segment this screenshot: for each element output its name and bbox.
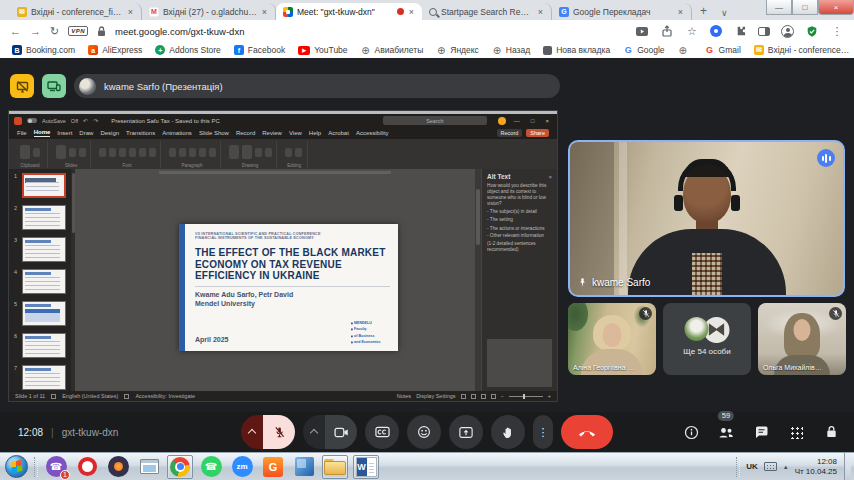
shared-screen-presentation[interactable]: AutoSave Off ↶ ↷ Presentation Safo Tax -… xyxy=(8,110,558,402)
camera-button[interactable] xyxy=(303,415,357,449)
camera-options-chevron[interactable] xyxy=(303,415,325,449)
tab-close-button[interactable]: × xyxy=(127,7,134,17)
chat-button[interactable] xyxy=(752,423,770,441)
meeting-details-button[interactable] xyxy=(682,423,700,441)
end-call-button[interactable] xyxy=(561,415,613,449)
tab-inbox-conference[interactable]: ✉ Вхідні - conference_finance@ × xyxy=(10,3,142,20)
share-icon[interactable] xyxy=(660,24,674,38)
bookmark-gmail[interactable]: GGmail xyxy=(705,45,741,55)
presenter-pill[interactable]: kwame Sarfo (Презентація) xyxy=(74,74,560,98)
video-tile-kwame-sarfo[interactable]: kwame Sarfo xyxy=(568,140,845,297)
forward-button[interactable]: → xyxy=(30,26,41,37)
tab-search-chevron[interactable]: ∨ xyxy=(715,8,734,20)
redo-icon: ↷ xyxy=(93,117,98,124)
bookmark-inbox-conference[interactable]: ✉Вхідні - conference… xyxy=(754,45,849,55)
slide-date: April 2025 xyxy=(195,336,228,343)
taskbar-chrome-open[interactable] xyxy=(167,455,193,479)
profile-avatar-icon[interactable] xyxy=(781,25,794,38)
activities-grid-button[interactable] xyxy=(787,423,805,441)
taskbar-word-open[interactable]: W xyxy=(353,455,379,479)
taskbar-whatsapp[interactable]: ☎ xyxy=(198,455,224,479)
presentation-warning-button[interactable] xyxy=(10,74,34,98)
language-indicator[interactable]: UK xyxy=(746,462,758,471)
microphone-button-muted[interactable] xyxy=(241,415,295,449)
display-settings-button: Display Settings xyxy=(416,393,455,399)
taskbar-file-explorer-open[interactable] xyxy=(322,455,348,479)
video-tile-olga[interactable]: Ольга Михайлів… xyxy=(758,303,846,375)
bookmark-facebook[interactable]: fFacebook xyxy=(234,45,285,55)
mic-muted-icon[interactable] xyxy=(263,415,295,449)
bookmark-new-tab[interactable]: Нова вкладка xyxy=(543,45,610,55)
bookmark-globe[interactable]: ⊕ xyxy=(678,45,692,55)
tab-translate[interactable]: G Google Перекладач × xyxy=(552,3,692,20)
keyboard-icon[interactable] xyxy=(764,462,777,471)
extensions-puzzle-icon[interactable] xyxy=(733,24,747,38)
browser-menu-icon[interactable]: ⋮ xyxy=(830,24,844,38)
start-button[interactable] xyxy=(3,455,29,479)
presentation-slash-icon xyxy=(16,80,29,93)
ppt-tab-review: Review xyxy=(262,130,282,136)
taskbar-avast-browser[interactable] xyxy=(105,455,131,479)
tab-close-button[interactable]: × xyxy=(677,7,684,17)
overflow-participants-tile[interactable]: Ще 54 особи xyxy=(663,303,751,375)
maximize-button[interactable]: □ xyxy=(792,0,818,15)
back-button[interactable]: ← xyxy=(10,26,21,37)
side-panel-icon[interactable] xyxy=(758,27,770,36)
present-devices-button[interactable] xyxy=(42,74,66,98)
tab-close-button[interactable]: × xyxy=(408,7,415,17)
antivirus-shield-icon[interactable] xyxy=(805,24,819,38)
media-control-icon[interactable] xyxy=(635,24,649,38)
taskbar-blue-app[interactable] xyxy=(291,455,317,479)
taskbar-clock[interactable]: 12:08 Чт 10.04.25 xyxy=(795,457,837,477)
tab-startpage[interactable]: Startpage Search Results × xyxy=(422,3,552,20)
video-tile-alina[interactable]: Аліна Георгіївна … xyxy=(568,303,656,375)
close-button[interactable]: × xyxy=(818,0,854,15)
camera-icon[interactable] xyxy=(325,415,357,449)
meeting-time: 12:08 xyxy=(18,427,43,438)
tab-close-button[interactable]: × xyxy=(261,7,268,17)
desktop: ✉ Вхідні - conference_finance@ × M Вхідн… xyxy=(0,0,854,480)
participants-button[interactable]: 59 xyxy=(717,423,735,441)
bookmark-booking[interactable]: BBooking.com xyxy=(12,45,75,55)
taskbar-desktop-preview[interactable] xyxy=(136,455,162,479)
extension-icon[interactable] xyxy=(710,25,722,37)
ppt-tab-accessibility: Accessibility xyxy=(356,130,389,136)
taskbar-pdf-app[interactable]: G xyxy=(260,455,286,479)
host-controls-button[interactable] xyxy=(822,423,840,441)
tab-meet-active[interactable]: Meet: "gxt-tkuw-dxn" × xyxy=(276,3,422,20)
bookmark-star-icon[interactable]: ☆ xyxy=(685,24,699,38)
reactions-button[interactable] xyxy=(407,415,441,449)
present-screen-button[interactable] xyxy=(449,415,483,449)
minimize-button[interactable]: — xyxy=(766,0,792,15)
bookmark-google[interactable]: GGoogle xyxy=(623,45,664,55)
show-desktop-button[interactable] xyxy=(844,453,851,480)
ppt-ruler xyxy=(159,171,391,174)
participant-name: Ольга Михайлів… xyxy=(763,364,841,371)
taskbar-viber[interactable]: ☎ 1 xyxy=(43,455,69,479)
aliexpress-icon: a xyxy=(88,45,98,55)
participant-avatar xyxy=(685,317,709,341)
bookmark-addons-store[interactable]: +Addons Store xyxy=(155,45,221,55)
taskbar-opera[interactable] xyxy=(74,455,100,479)
more-options-button[interactable]: ⋮ xyxy=(533,415,553,449)
address-bar[interactable]: meet.google.com/gxt-tkuw-dxn xyxy=(115,26,626,37)
reload-button[interactable]: ↻ xyxy=(50,26,59,37)
tray-expand-arrow[interactable]: ▲ xyxy=(783,464,789,470)
captions-button[interactable] xyxy=(365,415,399,449)
new-tab-button[interactable]: + xyxy=(692,4,715,20)
tab-close-button[interactable]: × xyxy=(537,7,544,17)
system-tray: UK ▲ 12:08 Чт 10.04.25 xyxy=(736,453,839,480)
bookmark-youtube[interactable]: ▶YouTube xyxy=(298,45,347,55)
vpn-extension-badge[interactable]: VPN xyxy=(68,26,88,36)
mic-options-chevron[interactable] xyxy=(241,415,263,449)
bookmark-yandex[interactable]: ⊕Яндекс xyxy=(436,45,479,55)
bookmark-nazad[interactable]: ⊕Назад xyxy=(492,45,530,55)
raise-hand-button[interactable] xyxy=(491,415,525,449)
tab-gmail-inbox[interactable]: M Вхідні (27) - o.gladchuk@chn… × xyxy=(142,3,276,20)
tab-label: Вхідні (27) - o.gladchuk@chn… xyxy=(163,7,257,17)
bookmark-aliexpress[interactable]: aAliExpress xyxy=(88,45,142,55)
taskbar-zoom[interactable]: zm xyxy=(229,455,255,479)
addons-store-icon: + xyxy=(155,45,165,55)
bookmark-aviabilety[interactable]: ⊕Авиабилеты xyxy=(361,45,424,55)
alt-text-input-area xyxy=(487,339,552,387)
